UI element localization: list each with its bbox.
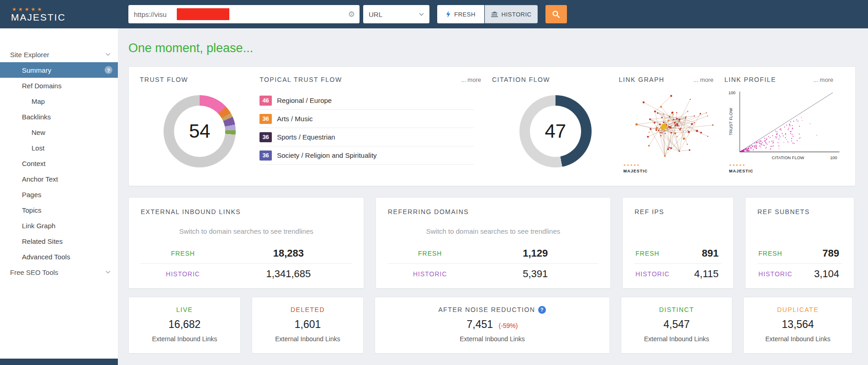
search-bar: ⚙ URL FRESH HISTORIC: [128, 5, 567, 23]
logo-text: MAJESTIC: [11, 12, 118, 22]
sidebar-item-pages[interactable]: Pages: [0, 187, 118, 202]
distinct-value: 4,547: [621, 318, 732, 331]
overview-card: TRUST FLOW 54 TOPICAL TRUST FLOW ... mor…: [128, 66, 856, 186]
fresh-row[interactable]: FRESH 1,129: [388, 243, 598, 263]
deleted-card: DELETED 1,601 External Inbound Links: [252, 297, 364, 354]
redacted-url-block: [177, 8, 229, 20]
sidebar-item-label: Context: [22, 160, 46, 167]
sidebar-item-advanced-tools[interactable]: Advanced Tools: [0, 249, 118, 264]
trust-flow-donut: 54: [164, 95, 236, 167]
topical-row[interactable]: 36 Society / Religion and Spirituality: [259, 146, 474, 165]
top-bar: ★★★★★ MAJESTIC ⚙ URL FRESH HISTORIC: [0, 0, 868, 28]
sidebar: Site Explorer Summary ? Ref Domains Map …: [0, 28, 118, 365]
bank-icon: [491, 11, 498, 17]
link-profile-more-link[interactable]: ... more: [813, 76, 833, 83]
chevron-down-icon: [106, 271, 111, 274]
duplicate-card: DUPLICATE 13,564 External Inbound Links: [743, 297, 852, 354]
fresh-row[interactable]: FRESH 789: [757, 243, 842, 263]
distinct-label: DISTINCT: [659, 306, 694, 313]
sidebar-item-label: Pages: [22, 191, 42, 199]
sidebar-item-label: Site Explorer: [10, 51, 49, 59]
distinct-card: DISTINCT 4,547 External Inbound Links: [621, 297, 732, 354]
duplicate-value: 13,564: [744, 318, 852, 331]
topic-score-badge: 36: [259, 114, 272, 124]
sidebar-item-label: Advanced Tools: [22, 253, 70, 261]
historic-label: HISTORIC: [388, 270, 472, 278]
historic-label: HISTORIC: [141, 270, 225, 278]
link-profile-title: LINK PROFILE: [725, 76, 776, 83]
citation-flow-value: 47: [519, 95, 592, 167]
historic-row[interactable]: HISTORIC 5,391: [388, 263, 598, 284]
search-type-select[interactable]: URL: [363, 5, 429, 23]
help-icon[interactable]: ?: [105, 66, 112, 74]
historic-button-label: HISTORIC: [502, 11, 532, 18]
sidebar-item-label: Map: [32, 97, 45, 105]
topic-label: Arts / Music: [277, 115, 312, 123]
fresh-value: 18,283: [225, 247, 352, 259]
trust-flow-value: 54: [164, 95, 236, 167]
sidebar-item-topics[interactable]: Topics: [0, 202, 118, 218]
historic-row[interactable]: HISTORIC 3,104: [757, 263, 842, 284]
topic-score-badge: 36: [259, 132, 272, 142]
search-icon: [552, 11, 560, 18]
logo-stars-icon: ★★★★★: [12, 7, 118, 12]
card-title: REF SUBNETS: [757, 208, 842, 215]
sidebar-item-lost[interactable]: Lost: [0, 140, 118, 156]
sidebar-item-label: Link Graph: [22, 222, 55, 230]
x-max-label: 100: [830, 156, 837, 160]
link-profile-dots: [740, 117, 817, 152]
live-card: LIVE 16,682 External Inbound Links: [128, 297, 241, 354]
gear-icon[interactable]: ⚙: [348, 10, 355, 19]
topical-row[interactable]: 36 Arts / Music: [259, 110, 474, 128]
historic-row[interactable]: HISTORIC 4,115: [635, 263, 721, 284]
fresh-row[interactable]: FRESH 18,283: [141, 243, 352, 263]
trust-flow-title: TRUST FLOW: [140, 76, 188, 83]
url-input[interactable]: [128, 5, 360, 23]
sidebar-bottom-strip: [0, 359, 118, 365]
fresh-value: 891: [678, 247, 721, 259]
sidebar-item-link-graph[interactable]: Link Graph: [0, 218, 118, 233]
sidebar-item-new[interactable]: New: [0, 124, 118, 140]
live-sub-label: External Inbound Links: [129, 335, 240, 343]
citation-flow-title: CITATION FLOW: [492, 76, 550, 83]
info-icon[interactable]: ?: [538, 306, 546, 314]
sidebar-item-context[interactable]: Context: [0, 156, 118, 171]
search-type-value: URL: [369, 11, 382, 18]
lightning-icon: [446, 11, 450, 18]
historic-row[interactable]: HISTORIC 1,341,685: [141, 263, 352, 284]
noise-delta: (-59%): [498, 322, 518, 329]
card-title: REF IPS: [635, 208, 721, 215]
fresh-row[interactable]: FRESH 891: [635, 243, 721, 263]
link-graph-more-link[interactable]: ... more: [693, 76, 714, 83]
card-title: REFERRING DOMAINS: [388, 208, 598, 215]
sidebar-item-anchor-text[interactable]: Anchor Text: [0, 171, 118, 187]
trust-flow-panel: TRUST FLOW 54: [140, 76, 259, 177]
y-axis-label: TRUST FLOW: [729, 108, 733, 135]
historic-button[interactable]: HISTORIC: [485, 5, 538, 23]
trendline-hint: Switch to domain searches to see trendli…: [388, 227, 598, 236]
sidebar-item-summary[interactable]: Summary ?: [0, 62, 118, 78]
historic-value: 3,104: [800, 268, 842, 280]
sidebar-item-map[interactable]: Map: [0, 93, 118, 109]
sidebar-item-ref-domains[interactable]: Ref Domains: [0, 78, 118, 93]
sidebar-item-site-explorer[interactable]: Site Explorer: [0, 47, 118, 62]
link-profile-plot[interactable]: 100 TRUST FLOW CITATION FLOW 100: [725, 86, 844, 166]
topic-label: Regional / Europe: [277, 97, 332, 104]
noise-sub-label: External Inbound Links: [375, 335, 609, 343]
fresh-button[interactable]: FRESH: [437, 5, 484, 23]
majestic-logo[interactable]: ★★★★★ MAJESTIC: [11, 7, 118, 22]
sidebar-item-related-sites[interactable]: Related Sites: [0, 233, 118, 249]
sidebar-item-backlinks[interactable]: Backlinks: [0, 109, 118, 124]
search-button[interactable]: [545, 5, 567, 23]
chevron-down-icon: [419, 13, 424, 16]
sidebar-item-label: Summary: [22, 66, 51, 74]
topical-row[interactable]: 36 Sports / Equestrian: [259, 128, 474, 146]
majestic-watermark: ★★★★★ MAJESTIC: [729, 164, 754, 174]
sidebar-item-free-seo-tools[interactable]: Free SEO Tools: [0, 264, 118, 280]
fresh-value: 1,129: [472, 247, 598, 259]
link-graph-canvas[interactable]: [619, 86, 725, 166]
topical-more-link[interactable]: ... more: [461, 76, 481, 83]
live-label: LIVE: [176, 306, 193, 313]
topical-row[interactable]: 46 Regional / Europe: [259, 91, 474, 110]
fresh-label: FRESH: [388, 250, 472, 257]
